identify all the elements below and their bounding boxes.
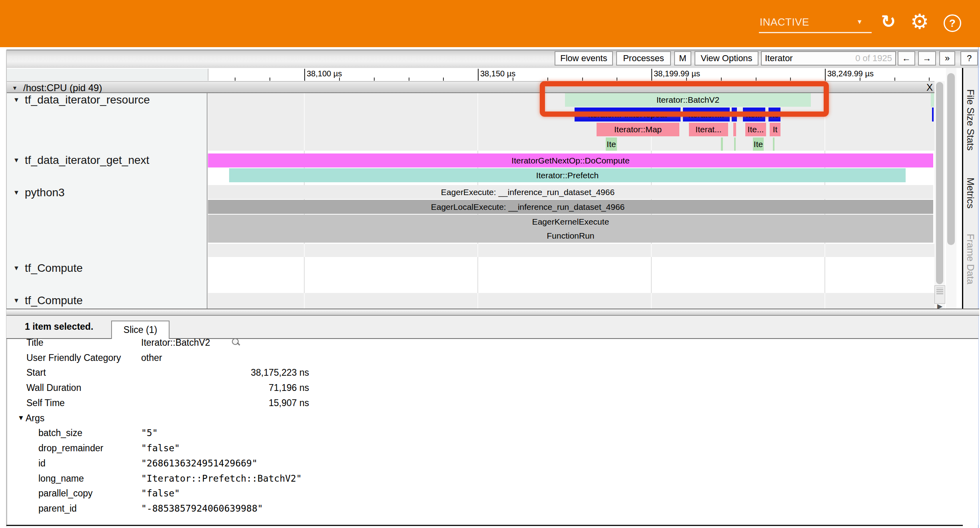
selection-status: 1 item selected. [25,321,93,332]
ruler-tick-label: 38,199.99 µs [654,69,700,78]
chevron-down-icon: ▼ [856,18,863,26]
scroll-grip[interactable] [934,285,945,304]
trace-event[interactable]: FunctionRun [208,229,933,243]
panel-splitter[interactable] [6,309,979,316]
grip-dots [936,288,943,294]
refresh-icon[interactable]: ↻ [878,10,899,33]
detail-label: drop_remainder [38,443,103,454]
ruler-minor-tick [547,78,548,81]
sidebar-tab-file-size-stats[interactable]: File Size Stats [965,89,976,150]
ruler-minor-tick [790,78,791,81]
trace-event[interactable]: Ite [753,137,764,151]
detail-label: batch_size [38,428,82,438]
find-next-button[interactable]: → [918,51,936,66]
gridline [651,257,652,293]
ruler-minor-tick [409,78,409,81]
detail-tabbar: 1 item selected. Slice (1) [6,316,978,338]
row-stripe [208,293,934,309]
trace-event[interactable] [733,123,736,136]
trace-event[interactable]: IteratorGetNextOp::DoCompute [208,153,933,167]
ruler-minor-tick [374,78,375,81]
ruler-tick-label: 38,100 µs [307,69,342,78]
detail-arg-value: "5" [141,428,158,438]
flow-events-button[interactable]: Flow events [555,51,613,66]
help-icon[interactable]: ? [944,14,961,32]
timeline-scrollbar-thumb[interactable] [936,82,943,284]
track-label: python3 [25,186,65,199]
gear-icon[interactable]: ⚙ [909,10,930,34]
close-icon[interactable]: X [924,82,936,92]
view-options-button[interactable]: View Options [695,51,758,66]
gridline [824,244,825,257]
trace-event[interactable]: EagerExecute: __inference_run_dataset_49… [208,185,933,199]
ruler-minor-tick [269,78,270,81]
ruler-major-tick [825,69,826,81]
detail-label: User Friendly Category [26,353,121,363]
run-selector-dropdown[interactable]: INACTIVE ▼ [756,14,872,33]
run-selector-value: INACTIVE [760,16,809,28]
track-caret-icon[interactable]: ▼ [13,189,20,196]
m-button[interactable]: M [674,51,691,66]
tool-sidebar: File Size StatsMetricsFrame DataIn [963,68,978,309]
gridline [651,293,652,309]
trace-event[interactable] [931,93,934,107]
detail-label: id [38,458,46,469]
trace-event[interactable]: Iterat... [689,123,728,136]
args-expander-icon[interactable]: ▼ [18,414,24,422]
trace-event-label: EagerExecute: __inference_run_dataset_49… [441,187,615,197]
app-header: INACTIVE ▼ ↻ ⚙ ? [0,0,980,47]
detail-label: Start [26,367,46,378]
trace-event[interactable]: It [770,123,780,136]
sidebar-tab-frame-data[interactable]: Frame Data [965,234,976,285]
detail-number: 71,196 ns [141,383,309,393]
pane-scrollbar-thumb[interactable] [947,73,955,245]
trace-event[interactable]: EagerLocalExecute: __inference_run_datas… [208,200,933,214]
ruler-minor-tick [860,78,860,81]
trace-event[interactable]: EagerKernelExecute [208,215,933,229]
search-input[interactable]: Iterator 0 of 1925 [761,51,896,66]
ruler-minor-tick [582,78,583,81]
ruler-minor-tick [235,78,236,81]
track-caret-icon[interactable]: ▼ [13,297,20,304]
trace-event[interactable] [773,137,774,151]
gridline [477,244,478,257]
trace-event[interactable] [721,137,723,151]
trace-event[interactable] [734,137,736,151]
trace-event[interactable]: Ite [606,137,617,151]
sidebar-tab-metrics[interactable]: Metrics [965,177,976,208]
gridline [824,293,825,309]
track-caret-icon[interactable]: ▼ [13,157,20,164]
timeline-scrollbar[interactable] [934,81,945,309]
detail-arg-value: "false" [141,488,180,498]
ruler-minor-tick [686,78,687,81]
toolbar-help-button[interactable]: ? [960,51,978,66]
trace-event[interactable]: Ite... [745,123,766,136]
collapse-caret-icon[interactable]: ▼ [12,85,18,91]
track-caret-icon[interactable]: ▼ [13,96,20,104]
detail-number: 15,907 ns [141,398,309,408]
ruler-major-tick [651,69,652,81]
tab-slice[interactable]: Slice (1) [111,321,170,339]
detail-label: Title [26,337,44,348]
track-label-panel: ▼tf_data_iterator_resource▼tf_data_itera… [6,93,208,309]
ruler-minor-tick [894,78,895,81]
detail-value: other [141,353,162,363]
processes-button[interactable]: Processes [616,51,671,66]
details-left-border [6,339,7,525]
ruler-minor-tick [443,78,444,81]
jump-button[interactable]: » [939,51,955,66]
detail-number: 38,175,223 ns [141,367,309,378]
pane-scrollbar[interactable] [946,68,956,309]
ruler-major-tick [478,69,479,81]
track-caret-icon[interactable]: ▼ [13,265,20,272]
trace-event[interactable]: Iterator::Prefetch [229,168,906,182]
trace-event[interactable] [932,108,934,122]
ruler-minor-tick [721,78,722,81]
find-previous-button[interactable]: ← [898,51,915,66]
magnifier-icon[interactable] [231,338,242,349]
trace-event[interactable]: Iterator::Map [597,123,679,136]
trace-viewer-app: INACTIVE ▼ ↻ ⚙ ? Trace View Flow events … [0,0,980,528]
timeline-canvas[interactable]: Iterator::BatchV2Iterator::FiniteRepeatI… [208,93,934,309]
track-label: tf_data_iterator_get_next [25,154,149,167]
gridline [477,293,478,309]
